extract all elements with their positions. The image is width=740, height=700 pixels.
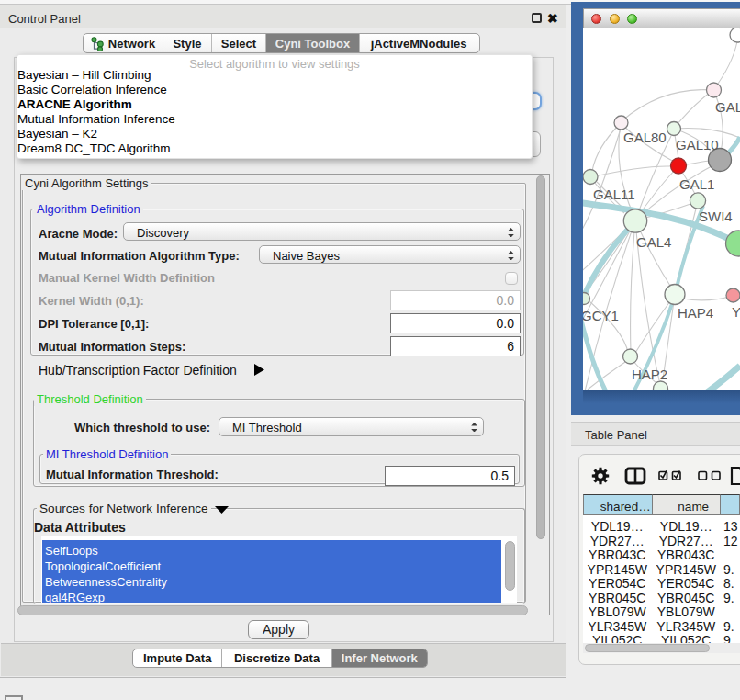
- svg-text:HAP4: HAP4: [678, 305, 713, 321]
- svg-text:GCY1: GCY1: [583, 308, 619, 323]
- svg-text:SWI4: SWI4: [699, 209, 733, 224]
- svg-text:GAL10: GAL10: [676, 137, 719, 152]
- svg-text:GAL11: GAL11: [593, 186, 635, 202]
- svg-text:GAL: GAL: [715, 99, 740, 115]
- svg-text:GAL1: GAL1: [679, 176, 714, 192]
- svg-text:GAL4: GAL4: [636, 234, 671, 250]
- svg-text:HAP2: HAP2: [632, 367, 667, 382]
- svg-text:Y: Y: [732, 304, 740, 320]
- svg-text:GAL80: GAL80: [623, 130, 667, 145]
